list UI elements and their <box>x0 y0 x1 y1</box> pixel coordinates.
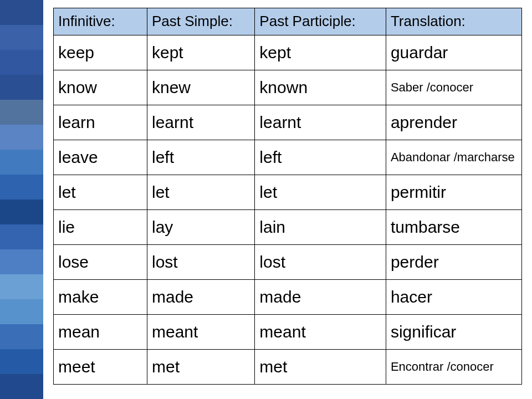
cell-infinitive: lose <box>54 245 147 280</box>
table-row: learnlearntlearntaprender <box>54 105 522 140</box>
table-row: knowknewknownSaber /conocer <box>54 70 522 105</box>
cell-infinitive: learn <box>54 105 147 140</box>
cell-past-simple: meant <box>147 315 255 350</box>
table-row: keepkeptkeptguardar <box>54 35 522 70</box>
cell-past-simple: met <box>147 350 255 385</box>
sidebar-stripe <box>0 0 43 25</box>
sidebar-stripe <box>0 249 43 274</box>
cell-past-simple: lost <box>147 245 255 280</box>
cell-past-participle: met <box>255 350 386 385</box>
sidebar-stripe <box>0 100 43 125</box>
sidebar-stripe <box>0 200 43 224</box>
sidebar-stripe <box>0 25 43 50</box>
cell-past-participle: meant <box>255 315 386 350</box>
table-header-row: Infinitive: Past Simple: Past Participle… <box>54 8 522 35</box>
cell-past-simple: kept <box>147 35 255 70</box>
sidebar-stripe <box>0 175 43 200</box>
sidebar-stripe <box>0 374 43 399</box>
cell-translation: Abandonar /marcharse <box>386 140 521 175</box>
cell-infinitive: lie <box>54 210 147 245</box>
cell-past-participle: made <box>255 280 386 315</box>
cell-infinitive: mean <box>54 315 147 350</box>
cell-past-participle: lost <box>255 245 386 280</box>
header-past-participle: Past Participle: <box>255 8 386 35</box>
table-row: letletletpermitir <box>54 175 522 210</box>
cell-past-participle: let <box>255 175 386 210</box>
cell-translation: permitir <box>386 175 521 210</box>
cell-past-simple: let <box>147 175 255 210</box>
cell-past-participle: lain <box>255 210 386 245</box>
sidebar-stripe <box>0 50 43 75</box>
header-past-simple: Past Simple: <box>147 8 255 35</box>
cell-translation: guardar <box>386 35 521 70</box>
cell-infinitive: let <box>54 175 147 210</box>
cell-past-simple: knew <box>147 70 255 105</box>
table-row: lielaylaintumbarse <box>54 210 522 245</box>
sidebar-stripe <box>0 75 43 100</box>
cell-past-participle: learnt <box>255 105 386 140</box>
sidebar-stripe <box>0 224 43 249</box>
cell-translation: significar <box>386 315 521 350</box>
table-row: meetmetmetEncontrar /conocer <box>54 350 522 385</box>
sidebar-stripe <box>0 349 43 374</box>
cell-infinitive: keep <box>54 35 147 70</box>
header-translation: Translation: <box>386 8 521 35</box>
sidebar-stripe <box>0 299 43 324</box>
table-row: meanmeantmeantsignificar <box>54 315 522 350</box>
cell-past-participle: kept <box>255 35 386 70</box>
cell-infinitive: make <box>54 280 147 315</box>
table-row: leaveleftleftAbandonar /marcharse <box>54 140 522 175</box>
cell-translation: Encontrar /conocer <box>386 350 521 385</box>
cell-past-simple: learnt <box>147 105 255 140</box>
cell-past-simple: left <box>147 140 255 175</box>
cell-infinitive: meet <box>54 350 147 385</box>
cell-infinitive: know <box>54 70 147 105</box>
cell-translation: Saber /conocer <box>386 70 521 105</box>
table-row: loselostlostperder <box>54 245 522 280</box>
decorative-sidebar <box>0 0 43 399</box>
verbs-table: Infinitive: Past Simple: Past Participle… <box>53 8 522 385</box>
sidebar-stripe <box>0 150 43 175</box>
sidebar-stripe <box>0 125 43 150</box>
cell-past-simple: lay <box>147 210 255 245</box>
cell-translation: tumbarse <box>386 210 521 245</box>
cell-translation: aprender <box>386 105 521 140</box>
cell-translation: hacer <box>386 280 521 315</box>
slide-content: Infinitive: Past Simple: Past Participle… <box>43 0 532 399</box>
table-row: makemademadehacer <box>54 280 522 315</box>
cell-translation: perder <box>386 245 521 280</box>
cell-past-participle: known <box>255 70 386 105</box>
sidebar-stripe <box>0 324 43 349</box>
cell-past-simple: made <box>147 280 255 315</box>
header-infinitive: Infinitive: <box>54 8 147 35</box>
cell-past-participle: left <box>255 140 386 175</box>
sidebar-stripe <box>0 274 43 299</box>
cell-infinitive: leave <box>54 140 147 175</box>
